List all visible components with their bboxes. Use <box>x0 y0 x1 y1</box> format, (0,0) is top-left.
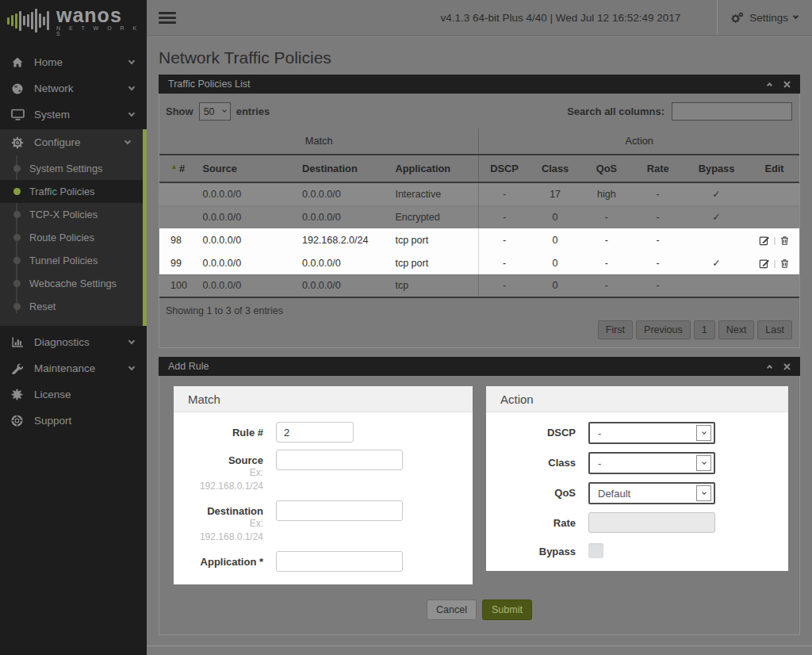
sidebar-item-reset[interactable]: Reset <box>0 295 143 318</box>
panel-title: Traffic Policies List <box>168 79 251 90</box>
sidebar-item-system-settings[interactable]: System Settings <box>0 157 143 180</box>
sidebar-item-traffic-policies[interactable]: Traffic Policies <box>0 180 143 203</box>
column-header-destination[interactable]: Destination <box>291 155 384 182</box>
pagination-previous[interactable]: Previous <box>636 320 691 339</box>
sidebar-nav: Home Network System <box>0 49 147 434</box>
search-input[interactable] <box>672 102 792 121</box>
sidebar-item-home[interactable]: Home <box>0 49 147 75</box>
badge-icon <box>11 389 25 401</box>
home-icon <box>11 56 25 69</box>
sidebar-item-route-policies[interactable]: Route Policies <box>0 226 143 249</box>
cancel-button[interactable]: Cancel <box>427 599 477 620</box>
column-header-bypass[interactable]: Bypass <box>684 155 749 182</box>
network-icon <box>11 82 25 95</box>
application-input[interactable] <box>276 551 403 572</box>
edit-icon[interactable] <box>759 258 770 269</box>
sidebar-item-webcache-settings[interactable]: Webcache Settings <box>0 272 143 295</box>
chevron-down-icon <box>128 84 135 90</box>
table-row: 0.0.0.0/0 0.0.0.0/0 Encrypted - 0 - - ✓ <box>159 205 799 228</box>
bullet-icon <box>13 165 21 172</box>
destination-label: Destination <box>188 500 263 517</box>
life-ring-icon <box>11 415 25 427</box>
source-input[interactable] <box>276 450 403 470</box>
bullet-icon <box>13 257 21 264</box>
column-header-num[interactable]: ▲# <box>159 155 191 182</box>
chevron-down-icon <box>128 58 135 64</box>
column-header-rate[interactable]: Rate <box>632 155 684 182</box>
chevron-down-icon <box>793 13 799 19</box>
sidebar-item-system[interactable]: System <box>0 102 147 128</box>
table-row-highlighted: 98 0.0.0.0/0 192.168.2.0/24 tcp port - 0… <box>159 228 799 251</box>
column-header-source[interactable]: Source <box>191 155 291 182</box>
delete-icon[interactable] <box>779 235 790 246</box>
bypass-checkbox[interactable] <box>588 543 603 558</box>
pagination: First Previous 1 Next Last <box>159 316 799 347</box>
group-header-action: Action <box>479 128 799 155</box>
sidebar-item-support[interactable]: Support <box>0 408 147 434</box>
brand-tagline: N E T W O R K S <box>56 25 147 36</box>
source-label: Source <box>188 450 263 466</box>
delete-icon[interactable] <box>779 258 790 269</box>
page-length-select[interactable]: 50 <box>199 102 231 121</box>
qos-select[interactable]: Default <box>588 482 715 504</box>
column-header-application[interactable]: Application <box>384 155 479 182</box>
sidebar-item-configure[interactable]: Configure <box>0 129 143 155</box>
source-hint: Ex: <box>188 466 263 480</box>
menu-icon[interactable] <box>159 10 176 26</box>
chevron-down-icon <box>222 108 227 113</box>
bypass-check: ✓ <box>684 251 749 274</box>
policies-table: Match Action ▲# Source Destination Appli… <box>159 128 799 298</box>
sidebar-item-tunnel-policies[interactable]: Tunnel Policies <box>0 249 143 272</box>
search-label: Search all columns: <box>567 105 665 117</box>
collapse-icon[interactable] <box>767 82 772 88</box>
sidebar-item-tcpx-policies[interactable]: TCP-X Policies <box>0 203 143 226</box>
sidebar-item-license[interactable]: License <box>0 381 147 408</box>
chevron-down-icon <box>128 110 135 117</box>
action-card: Action DSCP - Class - <box>486 386 788 571</box>
pagination-next[interactable]: Next <box>718 320 755 339</box>
pagination-page-1[interactable]: 1 <box>694 320 715 339</box>
table-summary: Showing 1 to 3 of 3 entries <box>159 298 799 316</box>
brand-logo[interactable]: wanos N E T W O R K S <box>0 0 147 41</box>
edit-icon[interactable] <box>759 235 770 246</box>
panel-title: Add Rule <box>168 361 209 372</box>
application-label: Application * <box>188 551 263 568</box>
submit-button[interactable]: Submit <box>482 599 532 620</box>
close-icon[interactable] <box>783 363 791 370</box>
sidebar-item-maintenance[interactable]: Maintenance <box>0 355 147 381</box>
rate-input[interactable] <box>588 512 715 533</box>
configure-section: Configure System Settings Traffic Polici… <box>0 129 147 326</box>
column-header-dscp[interactable]: DSCP <box>479 155 530 182</box>
equalizer-icon <box>7 6 49 36</box>
destination-input[interactable] <box>276 500 403 521</box>
chevron-down-icon <box>124 138 131 144</box>
bypass-check <box>684 274 749 297</box>
sidebar-item-diagnostics[interactable]: Diagnostics <box>0 329 147 355</box>
settings-menu[interactable]: Settings <box>717 0 812 35</box>
destination-hint: Ex: <box>188 517 263 531</box>
close-icon[interactable] <box>783 81 791 88</box>
class-label: Class <box>500 452 576 469</box>
column-header-class[interactable]: Class <box>530 155 581 182</box>
pagination-last[interactable]: Last <box>757 320 792 339</box>
sidebar-item-network[interactable]: Network <box>0 75 147 102</box>
rate-label: Rate <box>500 512 576 529</box>
collapse-icon[interactable] <box>767 365 772 370</box>
chevron-down-icon <box>696 485 711 501</box>
system-icon <box>11 109 25 121</box>
column-header-qos[interactable]: QoS <box>580 155 632 182</box>
bar-chart-icon <box>11 336 25 349</box>
rule-number-input[interactable] <box>276 422 354 442</box>
class-select[interactable]: - <box>588 452 715 474</box>
match-card-title: Match <box>174 386 473 412</box>
bypass-check: ✓ <box>684 182 749 205</box>
wrench-icon <box>11 362 25 375</box>
page-title: Network Traffic Policies <box>159 48 800 67</box>
dscp-select[interactable]: - <box>588 422 715 444</box>
bypass-label: Bypass <box>500 541 576 557</box>
pagination-first[interactable]: First <box>598 320 633 339</box>
show-label: Show <box>166 105 193 117</box>
table-row: 0.0.0.0/0 0.0.0.0/0 Interactive - 17 hig… <box>159 182 799 205</box>
bullet-icon <box>13 303 21 310</box>
column-header-edit[interactable]: Edit <box>749 155 799 182</box>
